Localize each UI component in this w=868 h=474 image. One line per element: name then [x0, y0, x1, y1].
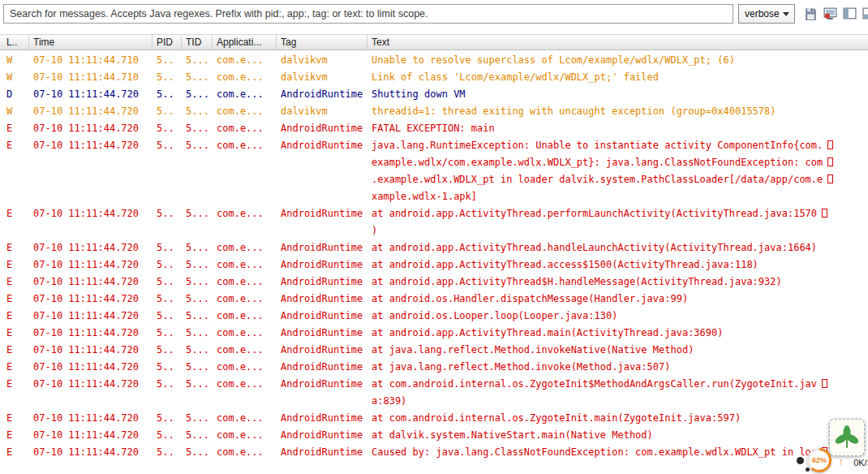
column-header-tid[interactable]: TID — [182, 35, 213, 50]
log-row-line[interactable]: E07-10 11:11:44.7205..5...com.e...Androi… — [0, 359, 868, 376]
log-row-line[interactable]: E07-10 11:11:44.7205..5...com.e...Androi… — [0, 274, 868, 291]
panel-split-bottom-icon[interactable] — [862, 6, 868, 21]
log-cell-text: xample.wdlx-1.apk] — [367, 188, 868, 205]
log-cell-app — [213, 393, 277, 410]
log-level-selected-value: verbose — [745, 8, 780, 19]
log-cell-level: D — [0, 86, 29, 103]
widget-badge[interactable] — [829, 419, 865, 456]
toolbar-icon-group — [803, 6, 868, 21]
log-cell-time: 07-10 11:11:44.720 — [29, 256, 153, 274]
log-cell-tag: AndroidRuntime — [277, 120, 367, 137]
column-header-level[interactable]: L.. — [0, 35, 29, 50]
log-row-line[interactable]: W07-10 11:11:44.7205..5...com.e...dalvik… — [0, 103, 868, 120]
log-cell-tid: 5... — [182, 444, 213, 461]
log-cell-app: com.e... — [213, 342, 277, 359]
log-cell-time: 07-10 11:11:44.720 — [29, 444, 153, 461]
log-row-line[interactable]: E07-10 11:11:44.7205..5...com.e...Androi… — [0, 410, 868, 427]
log-cell-pid: 5.. — [153, 410, 182, 427]
log-cell-tid — [182, 171, 213, 188]
log-cell-app — [213, 171, 277, 188]
log-cell-app: com.e... — [213, 52, 277, 69]
log-cell-time: 07-10 11:11:44.720 — [29, 291, 153, 308]
log-cell-time: 07-10 11:11:44.720 — [29, 410, 153, 427]
log-cell-level: E — [0, 120, 29, 137]
log-cell-text: at java.lang.reflect.Method.invoke(Metho… — [367, 359, 868, 376]
log-row-line[interactable]: xample.wdlx-1.apk] — [0, 188, 868, 205]
log-table-header: L.. Time PID TID Applicati... Tag Text — [0, 34, 868, 50]
log-cell-time: 07-10 11:11:44.720 — [29, 86, 153, 103]
column-header-pid[interactable]: PID — [153, 35, 182, 50]
log-row-line[interactable]: a:839) — [0, 393, 868, 410]
log-cell-level: E — [0, 274, 29, 291]
log-cell-tag: AndroidRuntime — [277, 444, 367, 461]
log-cell-pid — [153, 154, 182, 171]
log-cell-app — [213, 188, 277, 205]
screen-capture-icon[interactable] — [823, 6, 838, 21]
log-cell-text: .example.wdlx.WDLX_pt in loader dalvik.s… — [367, 171, 868, 188]
log-cell-tag: AndroidRuntime — [277, 376, 367, 393]
log-cell-pid — [153, 188, 182, 205]
widget-dot — [806, 468, 810, 472]
log-cell-tag: AndroidRuntime — [277, 308, 367, 325]
log-cell-tid — [182, 188, 213, 205]
log-cell-level: W — [0, 52, 29, 69]
log-row-line[interactable]: E07-10 11:11:44.7205..5...com.e...Androi… — [0, 342, 868, 359]
log-cell-text: at android.app.ActivityThread.handleLaun… — [367, 239, 868, 256]
log-cell-level: E — [0, 239, 29, 256]
log-cell-level: E — [0, 376, 29, 393]
log-row-line[interactable]: E07-10 11:11:44.7205..5...com.e...Androi… — [0, 291, 868, 308]
log-row-line[interactable]: W07-10 11:11:44.7105..5...com.e...dalvik… — [0, 69, 868, 86]
log-row-line[interactable]: E07-10 11:11:44.7205..5...com.e...Androi… — [0, 120, 868, 137]
log-cell-time: 07-10 11:11:44.720 — [29, 103, 153, 120]
log-cell-tag — [277, 393, 367, 410]
log-cell-tid: 5... — [182, 103, 213, 120]
log-cell-tag: dalvikvm — [277, 52, 367, 69]
column-header-tag[interactable]: Tag — [277, 35, 367, 50]
log-cell-tag: dalvikvm — [277, 103, 367, 120]
wrap-indicator-icon — [822, 379, 827, 388]
progress-gauge[interactable]: 62% — [807, 448, 831, 472]
log-row-line[interactable]: E07-10 11:11:44.7205..5...com.e...Androi… — [0, 137, 868, 154]
log-row-line[interactable]: .example.wdlx.WDLX_pt in loader dalvik.s… — [0, 171, 868, 188]
column-header-application[interactable]: Applicati... — [213, 35, 277, 50]
floating-speed-widget[interactable]: 62% ↑ 0K/S — [779, 413, 868, 474]
log-cell-tag: AndroidRuntime — [277, 410, 367, 427]
log-cell-level: E — [0, 342, 29, 359]
log-row-line[interactable]: D07-10 11:11:44.7205..5...com.e...Androi… — [0, 86, 868, 103]
panel-split-left-icon[interactable] — [842, 6, 857, 21]
log-cell-level: W — [0, 69, 29, 86]
log-cell-time: 07-10 11:11:44.710 — [29, 69, 153, 86]
log-row-line[interactable]: E07-10 11:11:44.7205..5...com.e...Androi… — [0, 239, 868, 256]
log-cell-level: E — [0, 205, 29, 222]
log-row-line[interactable]: ) — [0, 222, 868, 239]
log-cell-level — [0, 222, 29, 239]
column-header-text[interactable]: Text — [367, 35, 868, 50]
log-cell-text: Link of class 'Lcom/example/wdlx/WDLX_pt… — [367, 69, 868, 86]
log-cell-pid: 5.. — [153, 239, 182, 256]
log-cell-time — [29, 154, 153, 171]
log-cell-tid: 5... — [182, 274, 213, 291]
log-cell-pid: 5.. — [153, 137, 182, 154]
log-row-line[interactable]: E07-10 11:11:44.7205..5...com.e...Androi… — [0, 376, 868, 393]
log-cell-pid: 5.. — [153, 205, 182, 222]
column-header-time[interactable]: Time — [29, 35, 153, 50]
log-cell-tid: 5... — [182, 256, 213, 274]
save-icon[interactable] — [803, 6, 819, 21]
search-input[interactable] — [3, 4, 733, 24]
log-cell-pid: 5.. — [153, 291, 182, 308]
plant-icon — [835, 424, 859, 450]
log-row-line[interactable]: E07-10 11:11:44.7205..5...com.e...Androi… — [0, 444, 868, 461]
log-cell-tag: AndroidRuntime — [277, 291, 367, 308]
log-row-line[interactable]: E07-10 11:11:44.7205..5...com.e...Androi… — [0, 427, 868, 444]
log-row-line[interactable]: example.wdlx/com.example.wdlx.WDLX_pt}: … — [0, 154, 868, 171]
log-row-line[interactable]: W07-10 11:11:44.7105..5...com.e...dalvik… — [0, 52, 868, 69]
log-level-dropdown[interactable]: verbose — [738, 4, 795, 24]
log-cell-text: example.wdlx/com.example.wdlx.WDLX_pt}: … — [367, 154, 868, 171]
log-cell-tag: AndroidRuntime — [277, 137, 367, 154]
log-row-line[interactable]: E07-10 11:11:44.7205..5...com.e...Androi… — [0, 205, 868, 222]
log-row-line[interactable]: E07-10 11:11:44.7205..5...com.e...Androi… — [0, 256, 868, 274]
upload-arrow-icon: ↑ — [839, 455, 844, 468]
log-cell-app: com.e... — [213, 69, 277, 86]
log-row-line[interactable]: E07-10 11:11:44.7205..5...com.e...Androi… — [0, 325, 868, 342]
log-row-line[interactable]: E07-10 11:11:44.7205..5...com.e...Androi… — [0, 308, 868, 325]
